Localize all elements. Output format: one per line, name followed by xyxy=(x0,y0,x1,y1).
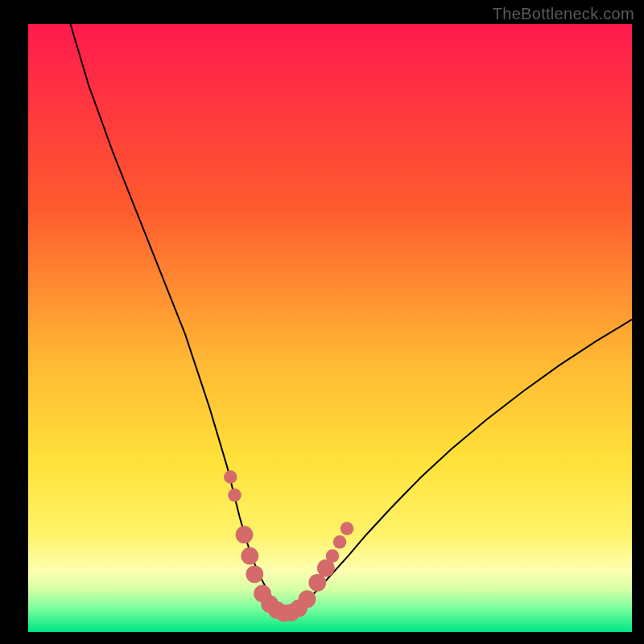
watermark-text: TheBottleneck.com xyxy=(493,5,634,23)
bead-marker xyxy=(333,535,347,549)
bead-marker xyxy=(241,547,258,565)
bead-marker xyxy=(224,470,237,484)
bead-marker xyxy=(236,526,254,543)
bead-marker xyxy=(228,489,242,502)
bead-marker xyxy=(299,590,316,608)
bead-marker xyxy=(341,522,354,535)
bead-marker xyxy=(246,565,263,583)
bead-marker xyxy=(326,549,340,563)
bottleneck-chart xyxy=(0,0,644,644)
plot-background xyxy=(28,24,632,632)
chart-stage: TheBottleneck.com xyxy=(0,0,644,644)
